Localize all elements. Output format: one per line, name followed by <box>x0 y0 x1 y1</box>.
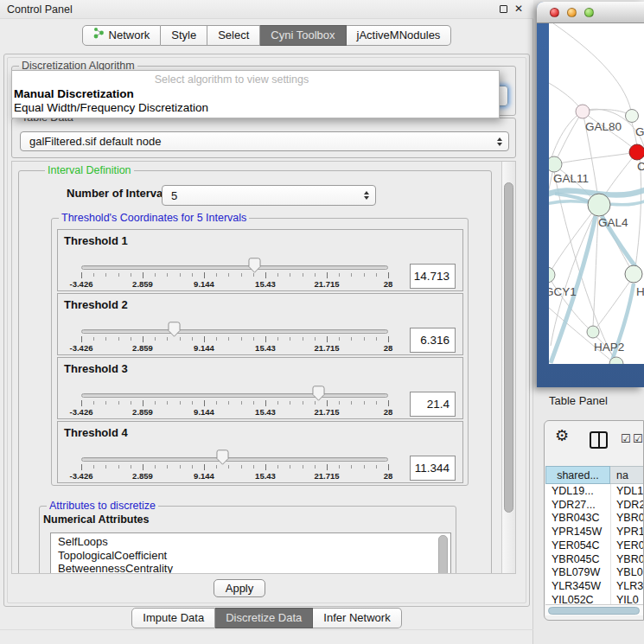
checked-checkbox-icon[interactable]: ☑ <box>621 432 631 445</box>
table-panel-title: Table Panel <box>549 394 608 407</box>
checked-checkbox-icon[interactable]: ☑ <box>633 432 643 445</box>
major-tick <box>204 272 205 278</box>
close-icon[interactable]: ✕ <box>514 3 523 15</box>
tab-style[interactable]: Style <box>161 25 207 46</box>
major-tick <box>204 464 205 470</box>
scale-label: 28 <box>384 471 393 481</box>
tab-infer-network[interactable]: Infer Network <box>313 608 401 628</box>
panel-title: Control Panel <box>7 3 73 16</box>
tab-infer-network-label: Infer Network <box>323 609 390 628</box>
cell-name: YLR3 <box>616 580 643 594</box>
threshold-3-slider-handle[interactable] <box>312 386 325 401</box>
table-row[interactable]: YDL19...YDL1 <box>545 485 644 499</box>
threshold-2-slider-handle[interactable] <box>168 322 181 337</box>
network-node[interactable] <box>629 144 644 160</box>
tab-cyni-toolbox[interactable]: Cyni Toolbox <box>260 25 346 46</box>
network-node[interactable] <box>588 194 610 216</box>
threshold-2-value-field[interactable]: 6.316 <box>410 328 456 353</box>
list-item[interactable]: BetweennessCentrality <box>51 562 450 574</box>
popup-option-equal-width-frequency[interactable]: Equal Width/Frequency Discretization <box>14 101 208 114</box>
tab-jactivemnodules-label: jActiveMNodules <box>357 26 441 45</box>
scale-label: 2.859 <box>132 279 153 289</box>
minimize-traffic-light-icon[interactable] <box>567 8 577 17</box>
list-item[interactable]: SelfLoops <box>51 533 450 549</box>
network-edge[interactable] <box>549 83 579 107</box>
gear-icon[interactable]: ⚙ <box>555 426 569 445</box>
column-header-shared[interactable]: shared... <box>545 466 610 484</box>
float-window-icon[interactable] <box>500 5 507 13</box>
threshold-2-slider-track[interactable] <box>81 329 388 334</box>
horizontal-scrollbar[interactable] <box>545 604 644 615</box>
network-node[interactable] <box>625 265 642 283</box>
control-panel-titlebar: Control Panel ✕ <box>0 0 533 19</box>
threshold-4-slider-handle[interactable] <box>216 450 229 465</box>
interval-definition-group-label: Interval Definition <box>45 164 134 176</box>
threshold-4-value-field[interactable]: 11.344 <box>410 456 456 481</box>
node-label: HAP2 <box>594 341 624 354</box>
close-traffic-light-icon[interactable] <box>550 8 559 17</box>
tab-network[interactable]: Network <box>82 25 162 46</box>
table-row[interactable]: YER054CYER0 <box>545 539 644 553</box>
threshold-1-slider-handle[interactable] <box>248 258 261 273</box>
network-node[interactable] <box>587 326 599 338</box>
table-row[interactable]: YDR27...YDR2 <box>545 499 644 513</box>
table-row[interactable]: YBR043CYBR0 <box>545 512 644 526</box>
table-row[interactable]: YPR145WYPR1 <box>545 526 644 539</box>
cell-name: YDR2 <box>616 499 644 513</box>
network-node[interactable] <box>576 105 590 118</box>
network-edge[interactable] <box>553 23 631 111</box>
number-of-intervals-combobox[interactable]: 5 <box>162 185 376 206</box>
network-edge[interactable] <box>556 112 583 161</box>
table-row[interactable]: YIL052CYIL0 <box>545 594 644 604</box>
network-edge[interactable] <box>635 159 641 267</box>
list-item[interactable]: TopologicalCoefficient <box>51 549 450 563</box>
zoom-traffic-light-icon[interactable] <box>584 8 594 17</box>
table-row[interactable]: YBR045CYBR0 <box>545 553 644 567</box>
network-node[interactable] <box>626 110 639 123</box>
table-row[interactable]: YLR345WYLR3 <box>545 580 644 594</box>
cell-shared: YBR043C <box>552 512 600 526</box>
scale-label: -3.426 <box>70 407 93 417</box>
tab-jactivemnodules[interactable]: jActiveMNodules <box>347 25 452 46</box>
threshold-3-slider-track[interactable] <box>81 393 388 398</box>
threshold-1-panel: Threshold 1 -3.426 2.859 9.144 15.43 21.… <box>57 229 463 291</box>
tab-impute-data[interactable]: Impute Data <box>131 608 215 628</box>
network-tab-icon <box>93 26 105 45</box>
scrollbar-thumb[interactable] <box>548 607 640 615</box>
popup-option-manual-discretization[interactable]: Manual Discretization <box>14 87 134 100</box>
network-edge[interactable] <box>551 214 595 346</box>
network-canvas[interactable]: GAL80GACGAL11GAL4GCY1HHAP2 <box>549 23 644 364</box>
network-node[interactable] <box>549 156 562 172</box>
table-row[interactable]: YBL079WYBL0 <box>545 566 644 580</box>
threshold-1-slider-track[interactable] <box>81 265 388 270</box>
thresholds-group-label: Threshold's Coordinates for 5 Intervals <box>59 212 249 224</box>
tab-select[interactable]: Select <box>207 25 260 46</box>
major-tick <box>388 464 389 470</box>
threshold-1-value-field[interactable]: 14.713 <box>410 264 456 289</box>
column-header-name[interactable]: na <box>610 466 644 484</box>
list-scrollbar[interactable] <box>438 535 448 574</box>
apply-button[interactable]: Apply <box>214 579 265 597</box>
mac-window-titlebar[interactable] <box>537 2 644 23</box>
scale-label: 9.144 <box>194 343 214 353</box>
settings-vertical-scrollbar[interactable] <box>501 162 515 573</box>
number-of-intervals-value: 5 <box>171 186 177 206</box>
table-data-selected-value: galFiltered.sif default node <box>29 132 161 151</box>
network-edge[interactable] <box>603 156 634 197</box>
slider-minor-ticks <box>81 337 390 341</box>
network-edge[interactable] <box>559 153 631 163</box>
major-tick <box>204 336 205 342</box>
cell-name: YBL0 <box>616 566 643 580</box>
scale-label: 2.859 <box>132 471 153 481</box>
scrollbar-thumb[interactable] <box>504 182 513 513</box>
algorithm-placeholder: Select algorithm to view settings <box>12 73 451 86</box>
tab-discretize-data[interactable]: Discretize Data <box>215 608 313 628</box>
tab-network-label: Network <box>109 26 150 45</box>
table-data-combobox[interactable]: galFiltered.sif default node <box>20 131 509 151</box>
scale-label: 15.43 <box>255 279 276 289</box>
cell-shared: YER054C <box>552 539 600 553</box>
threshold-4-slider-track[interactable] <box>81 457 388 462</box>
column-layout-icon[interactable] <box>590 431 608 449</box>
threshold-3-value-field[interactable]: 21.4 <box>410 392 456 417</box>
network-node[interactable] <box>549 267 555 283</box>
